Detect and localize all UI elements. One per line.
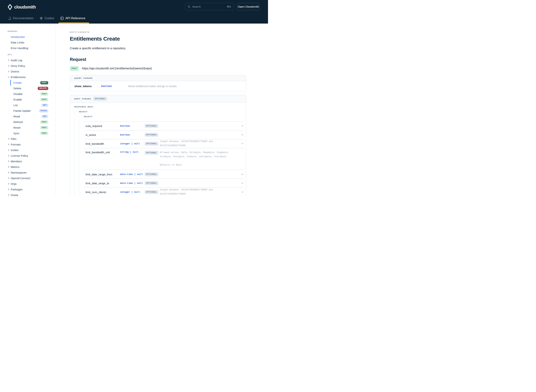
object-level-outer: OBJECT OBJECT eula_requiredbooleanOPTION… [74, 111, 243, 196]
body-params-header: BODY PARAMS OPTIONAL [70, 95, 246, 103]
response-body-label: RESPONSE BODY [74, 106, 243, 108]
sidebar-item-entitlements-list[interactable]: ListGET [10, 102, 55, 108]
sidebar-item-metrics[interactable]: Metrics [0, 164, 55, 170]
param-type: boolean [120, 134, 145, 136]
optional-badge: OPTIONAL [145, 181, 158, 185]
sidebar-item-entitlements-partial-update[interactable]: Partial UpdatePATCH [10, 108, 55, 114]
param-name: is_active [84, 133, 120, 136]
sidebar-item-quota[interactable]: Quota [0, 192, 55, 196]
chevron-right-icon [8, 183, 9, 185]
sidebar-item-entitlements-enable[interactable]: EnablePOST [10, 97, 55, 102]
param-type: boolean [101, 85, 128, 88]
param-name: limit_bandwidth [84, 142, 120, 145]
sidebar-item-formats[interactable]: Formats [0, 142, 55, 147]
sidebar-item-namespaces[interactable]: Namespaces [0, 170, 55, 175]
chevron-down-icon[interactable] [240, 143, 243, 145]
param-type: string | null [120, 151, 145, 154]
sidebar-item-license-policy[interactable]: License Policy [0, 153, 55, 159]
query-params-label: QUERY PARAMS [74, 77, 93, 79]
tab-label: Documentation [13, 16, 33, 20]
sidebar-item-label: Partial Update [14, 109, 31, 112]
sidebar-item-label: Sync [14, 132, 19, 135]
sidebar-item-rate-limits[interactable]: Rate Limits [0, 40, 55, 45]
param-row-limit_bandwidth_unit: limit_bandwidth_unitstring | nullOPTIONA… [84, 148, 243, 170]
optional-pill: OPTIONAL [93, 97, 107, 101]
tab-documentation[interactable]: Documentation [8, 13, 34, 23]
open-cloudsmith-button[interactable]: Open Cloudsmith [237, 3, 260, 10]
param-row-limit_num_clients: limit_num_clientsinteger | nullOPTIONALl… [84, 187, 243, 196]
cloudsmith-logo[interactable]: cloudsmith [8, 4, 36, 10]
sidebar-item-entitlements[interactable]: Entitlements [0, 74, 55, 80]
sidebar-item-files[interactable]: Files [0, 136, 55, 142]
param-type: date-time | null [120, 173, 145, 176]
sidebar-item-error-handling[interactable]: Error Handling [0, 45, 55, 51]
sidebar-item-entitlements-create[interactable]: CreatePOST [10, 80, 55, 85]
search-input[interactable]: Search ⌘K [185, 3, 234, 10]
sidebar-item-entitlements-disable[interactable]: DisablePOST [10, 91, 55, 97]
main-content: ENTITLEMENTS Entitlements Create Create … [56, 23, 268, 196]
method-badge-get: GET [41, 115, 48, 118]
chevron-down-icon[interactable] [240, 134, 243, 136]
param-row-eula_required: eula_requiredbooleanOPTIONAL [84, 121, 243, 130]
sidebar-item-label: Enable [14, 98, 22, 101]
sidebar-item-members[interactable]: Members [0, 159, 55, 164]
param-type: integer | null [120, 191, 145, 193]
optional-badge: OPTIONAL [145, 190, 158, 194]
object-label-outer: OBJECT [79, 111, 243, 113]
tab-api-reference[interactable]: API Reference [60, 13, 86, 23]
sidebar-item-entitlements-sync[interactable]: SyncPOST [10, 131, 55, 136]
sidebar-item-label: Distros [11, 70, 19, 73]
chevron-right-icon [8, 194, 9, 196]
section-eyebrow: ENTITLEMENTS [70, 31, 246, 33]
sidebar-item-invites[interactable]: Invites [0, 147, 55, 153]
sidebar-item-packages[interactable]: Packages [0, 187, 55, 192]
optional-badge: OPTIONAL [145, 151, 158, 155]
sidebar-item-audit-log[interactable]: Audit Log [0, 57, 55, 63]
search-icon [188, 5, 190, 8]
sidebar-item-introduction[interactable]: Introduction [0, 34, 55, 40]
sidebar-item-label: List [14, 104, 18, 107]
request-endpoint: POST https://api.cloudsmith.io/v1/entitl… [70, 66, 246, 71]
param-row-limit_date_range_to: limit_date_range_todate-time | nullOPTIO… [84, 179, 243, 187]
sidebar-item-entitlements-delete[interactable]: DeleteDELETE [10, 85, 55, 91]
chevron-right-icon [8, 188, 9, 190]
tab-label: Guides [44, 16, 54, 20]
sidebar-item-label: Openid Connect [11, 177, 30, 180]
app-header: cloudsmith Search ⌘K Open Cloudsmith [0, 0, 268, 23]
sidebar-item-label: Refresh [14, 121, 23, 124]
body-params-card: BODY PARAMS OPTIONAL RESPONSE BODY OBJEC… [70, 95, 246, 196]
chevron-down-icon[interactable] [240, 173, 243, 175]
sidebar-item-label: Introduction [11, 35, 25, 38]
chevron-right-icon [8, 177, 9, 179]
param-type: date-time | null [120, 182, 145, 185]
chevron-down-icon[interactable] [240, 191, 243, 193]
method-badge-post: POST [40, 92, 48, 96]
chevron-down-icon[interactable] [240, 182, 243, 184]
param-name: limit_date_range_to [84, 182, 120, 185]
sidebar-item-distros[interactable]: Distros [0, 69, 55, 74]
sidebar-item-label: Orgs [11, 182, 17, 185]
sidebar-item-entitlements-reset[interactable]: ResetPOST [10, 125, 55, 131]
chevron-down-icon[interactable] [240, 125, 243, 127]
chevron-right-icon [8, 138, 9, 140]
sidebar-item-label: Packages [11, 188, 23, 191]
page-title: Entitlements Create [70, 36, 246, 42]
chevron-right-icon [8, 144, 9, 145]
param-badge-wrap: OPTIONAL [145, 124, 160, 128]
sidebar-item-label: Read [14, 115, 20, 118]
tab-guides[interactable]: Guides [39, 13, 55, 23]
sidebar-item-entitlements-refresh[interactable]: RefreshPOST [10, 119, 55, 125]
page: cloudsmith Search ⌘K Open Cloudsmith [0, 0, 268, 196]
object-level-inner: OBJECT eula_requiredbooleanOPTIONALis_ac… [79, 116, 243, 196]
method-badge-post: POST [40, 81, 48, 84]
sidebar-item-entitlements-read[interactable]: ReadGET [10, 114, 55, 119]
sidebar-item-deny-policy[interactable]: Deny Policy [0, 63, 55, 69]
param-badge-wrap: OPTIONAL [145, 133, 160, 137]
sidebar-item-label: Metrics [11, 165, 19, 168]
object-label-inner: OBJECT [84, 116, 243, 118]
sidebar-item-orgs[interactable]: Orgs [0, 181, 55, 187]
sidebar: GENERALIntroductionRate LimitsError Hand… [0, 23, 56, 196]
sidebar-item-openid-connect[interactable]: Openid Connect [0, 175, 55, 181]
sidebar-section-label-api: API [0, 52, 55, 57]
param-name: limit_date_range_from [84, 173, 120, 176]
